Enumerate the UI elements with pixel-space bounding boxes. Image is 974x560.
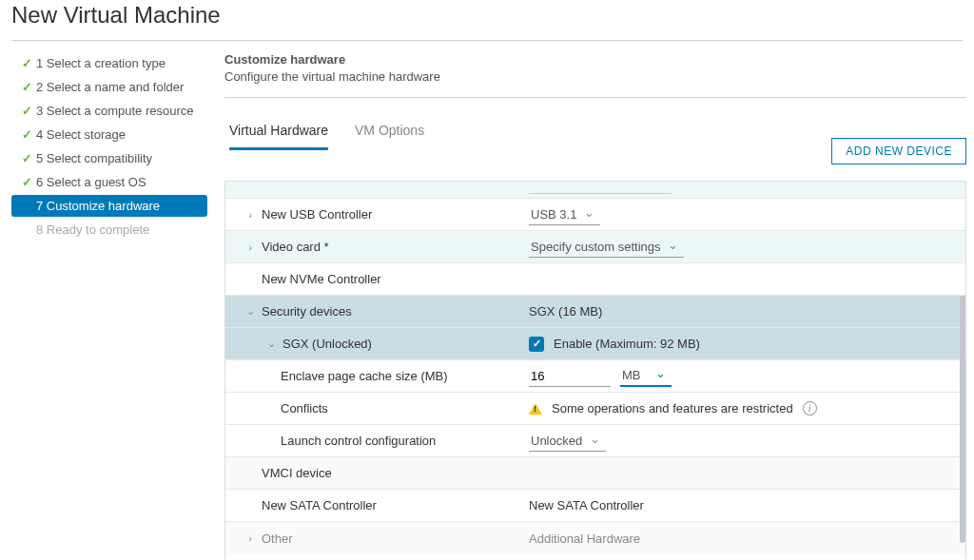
hardware-scroll[interactable]: › New USB Controller USB 3.1 › — [225, 182, 965, 560]
wizard-steps-sidebar: ✓ 1 Select a creation type ✓ 2 Select a … — [11, 52, 207, 560]
launch-control-select[interactable]: Unlocked — [529, 431, 606, 452]
value-cell: Additional Hardware — [525, 531, 965, 546]
label-cell: New NVMe Controller — [225, 272, 525, 286]
value-cell: New SATA Controller — [525, 498, 965, 512]
row-label: Other — [262, 531, 293, 546]
row-label: Conflicts — [281, 401, 328, 415]
info-icon[interactable]: i — [803, 401, 817, 415]
check-icon: ✓ — [19, 56, 34, 70]
label-cell: › Other — [225, 531, 525, 546]
select-wrap: MB — [620, 365, 672, 387]
row-usb-controller: › New USB Controller USB 3.1 — [225, 199, 965, 231]
step-label: 6 Select a guest OS — [36, 175, 146, 189]
step-label: 1 Select a creation type — [36, 56, 166, 70]
label-cell: ⌄ SGX (Unlocked) — [225, 337, 525, 351]
usb-select[interactable]: USB 3.1 — [529, 204, 600, 225]
page-title: New Virtual Machine — [0, 0, 974, 40]
epc-size-input[interactable] — [529, 366, 611, 387]
step-creation-type[interactable]: ✓ 1 Select a creation type — [11, 52, 207, 74]
select-wrap: USB 3.1 — [529, 204, 600, 225]
chevron-right-icon[interactable]: › — [243, 209, 258, 221]
label-cell: ⌄ Security devices — [225, 304, 525, 319]
label-cell: VMCI device — [225, 466, 525, 480]
value-cell: Unlocked — [525, 431, 965, 452]
sgx-enable-label: Enable (Maximum: 92 MB) — [554, 337, 700, 351]
label-cell: › New USB Controller — [225, 207, 525, 222]
label-cell: Conflicts — [225, 401, 525, 415]
chevron-down-icon[interactable]: ⌄ — [263, 338, 279, 350]
divider — [224, 97, 966, 98]
row-security-devices: ⌄ Security devices SGX (16 MB) — [225, 296, 965, 328]
row-sgx: ⌄ SGX (Unlocked) ✓ Enable (Maximum: 92 M… — [225, 328, 965, 360]
chevron-right-icon[interactable]: › — [243, 241, 258, 253]
check-icon: ✓ — [19, 104, 34, 118]
row-label: Enclave page cache size (MB) — [281, 369, 448, 383]
label-cell: › Video card * — [225, 240, 525, 254]
row-nvme-controller: New NVMe Controller — [225, 263, 965, 296]
row-enclave-page-cache: Enclave page cache size (MB) MB — [225, 360, 965, 393]
value-cell — [525, 185, 965, 194]
row-label: VMCI device — [262, 466, 332, 480]
row-label: Video card * — [262, 240, 329, 254]
scrollbar-thumb[interactable] — [960, 296, 965, 543]
row-label: Security devices — [262, 304, 352, 319]
value-cell: USB 3.1 — [525, 204, 965, 225]
step-label: 4 Select storage — [36, 127, 126, 142]
check-icon: ✓ — [19, 175, 34, 189]
step-label: 2 Select a name and folder — [36, 80, 184, 94]
select-wrap: Unlocked — [529, 431, 606, 452]
add-new-device-button[interactable]: ADD NEW DEVICE — [831, 138, 966, 164]
value-cell: SGX (16 MB) — [525, 304, 965, 319]
tabs: Virtual Hardware VM Options — [224, 117, 424, 150]
step-guest-os[interactable]: ✓ 6 Select a guest OS — [11, 171, 207, 193]
section-heading: Customize hardware — [224, 52, 966, 67]
sgx-enable-checkbox[interactable]: ✓ — [529, 337, 544, 352]
row-launch-control: Launch control configuration Unlocked — [225, 425, 965, 457]
step-ready-complete[interactable]: ✓ 8 Ready to complete — [11, 219, 207, 241]
label-cell: Enclave page cache size (MB) — [225, 369, 525, 383]
label-cell: New SATA Controller — [225, 498, 525, 512]
step-label: 7 Customize hardware — [36, 199, 160, 213]
tab-virtual-hardware[interactable]: Virtual Hardware — [229, 117, 328, 150]
value-cell: Some operations and features are restric… — [525, 401, 965, 415]
step-compute-resource[interactable]: ✓ 3 Select a compute resource — [11, 100, 207, 122]
value-underline — [529, 193, 672, 194]
row-label: Launch control configuration — [281, 434, 436, 448]
table-row — [225, 182, 965, 199]
row-sata-controller: New SATA Controller New SATA Controller — [225, 490, 965, 522]
conflicts-message: Some operations and features are restric… — [552, 401, 793, 415]
value-cell: ✓ Enable (Maximum: 92 MB) — [525, 337, 965, 352]
step-customize-hardware[interactable]: ✓ 7 Customize hardware — [11, 195, 207, 217]
step-name-folder[interactable]: ✓ 2 Select a name and folder — [11, 76, 207, 98]
value-cell: MB — [525, 365, 965, 387]
wizard-container: ✓ 1 Select a creation type ✓ 2 Select a … — [0, 41, 974, 560]
check-icon: ✓ — [19, 80, 34, 94]
row-other: › Other Additional Hardware — [225, 522, 965, 554]
step-label: 3 Select a compute resource — [36, 104, 193, 118]
tab-vm-options[interactable]: VM Options — [355, 117, 424, 150]
step-storage[interactable]: ✓ 4 Select storage — [11, 124, 207, 145]
step-label: 5 Select compatibility — [36, 151, 152, 165]
security-summary: SGX (16 MB) — [529, 304, 602, 319]
value-cell: Specify custom settings — [525, 237, 965, 258]
video-card-select[interactable]: Specify custom settings — [529, 237, 684, 258]
row-label: New NVMe Controller — [262, 272, 381, 286]
epc-unit-select[interactable]: MB — [620, 365, 672, 387]
step-compatibility[interactable]: ✓ 5 Select compatibility — [11, 147, 207, 169]
row-value: Additional Hardware — [529, 531, 640, 546]
check-icon: ✓ — [19, 127, 34, 142]
main-panel: Customize hardware Configure the virtual… — [207, 52, 966, 560]
hardware-panel: › New USB Controller USB 3.1 › — [224, 181, 966, 560]
label-cell: Launch control configuration — [225, 434, 525, 448]
select-wrap: Specify custom settings — [529, 237, 684, 258]
row-conflicts: Conflicts Some operations and features a… — [225, 393, 965, 425]
warning-icon — [529, 403, 542, 415]
chevron-down-icon[interactable]: ⌄ — [243, 305, 258, 318]
step-label: 8 Ready to complete — [36, 222, 149, 237]
row-vmci-device: VMCI device — [225, 457, 965, 490]
row-label: New SATA Controller — [262, 498, 377, 512]
row-value: New SATA Controller — [529, 498, 644, 512]
row-video-card: › Video card * Specify custom settings — [225, 231, 965, 263]
chevron-right-icon[interactable]: › — [243, 532, 258, 544]
row-label: SGX (Unlocked) — [282, 337, 372, 351]
